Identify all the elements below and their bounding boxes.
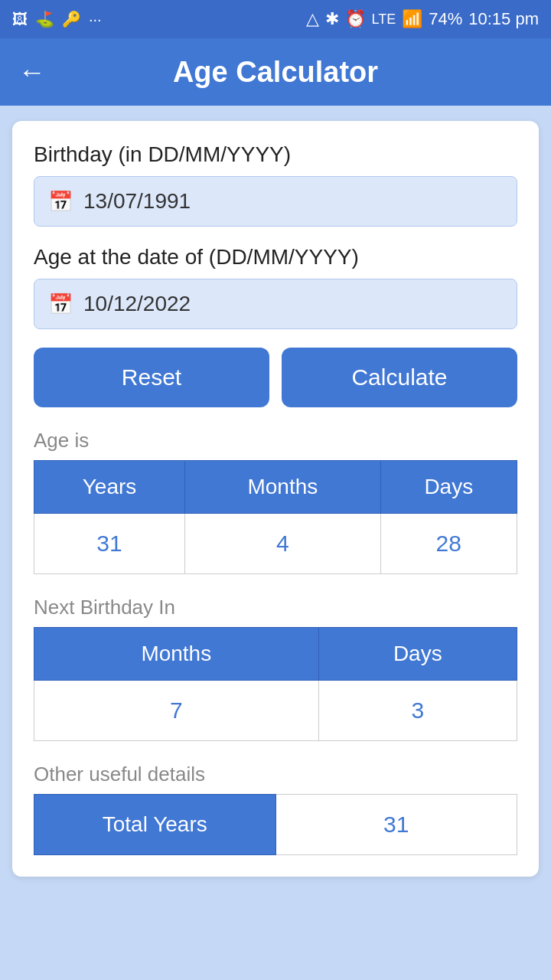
useful-details-label: Other useful details	[34, 763, 517, 786]
flag-icon: ⛳	[35, 10, 54, 28]
age-date-label: Age at the date of (DD/MM/YYYY)	[34, 245, 517, 270]
main-card: Birthday (in DD/MM/YYYY) 📅 Age at the da…	[12, 121, 539, 877]
next-months-header: Months	[34, 628, 319, 681]
calculate-button[interactable]: Calculate	[282, 348, 517, 407]
birthday-label: Birthday (in DD/MM/YYYY)	[34, 142, 517, 167]
app-header: ← Age Calculator	[0, 38, 551, 106]
total-years-value: 31	[276, 795, 517, 855]
calendar-icon-age-date: 📅	[48, 292, 73, 316]
age-years-value: 31	[34, 514, 185, 574]
age-months-value: 4	[185, 514, 381, 574]
useful-details-table: Total Years 31	[34, 794, 517, 855]
status-icons-left: 🖼 ⛳ 🔑 ···	[12, 10, 102, 28]
age-is-label: Age is	[34, 429, 517, 452]
bluetooth-icon: ✱	[325, 9, 339, 29]
lte-icon: LTE	[372, 11, 396, 28]
alert-icon: △	[306, 9, 319, 29]
next-days-header: Days	[318, 628, 517, 681]
next-months-value: 7	[34, 681, 319, 741]
battery-label: 74%	[429, 9, 462, 29]
age-days-header: Days	[380, 461, 517, 514]
page-title: Age Calculator	[61, 56, 490, 89]
reset-button[interactable]: Reset	[34, 348, 269, 407]
key-icon: 🔑	[62, 10, 81, 28]
next-birthday-table: Months Days 7 3	[34, 627, 517, 741]
alarm-icon: ⏰	[345, 9, 366, 29]
age-years-header: Years	[34, 461, 185, 514]
age-date-input[interactable]	[83, 292, 503, 316]
age-date-input-wrapper[interactable]: 📅	[34, 279, 517, 329]
back-button[interactable]: ←	[18, 56, 46, 88]
age-days-value: 28	[380, 514, 517, 574]
birthday-input[interactable]	[83, 189, 503, 214]
action-buttons: Reset Calculate	[34, 348, 517, 407]
status-icons-right: △ ✱ ⏰ LTE 📶 74% 10:15 pm	[306, 9, 539, 29]
birthday-input-wrapper[interactable]: 📅	[34, 176, 517, 227]
calendar-icon-birthday: 📅	[48, 190, 73, 214]
total-years-label: Total Years	[34, 795, 276, 855]
age-is-table: Years Months Days 31 4 28	[34, 460, 517, 574]
image-icon: 🖼	[12, 11, 28, 28]
dots-icon: ···	[89, 11, 102, 28]
table-row: Total Years 31	[34, 795, 517, 855]
next-days-value: 3	[318, 681, 517, 741]
wifi-icon: 📶	[402, 9, 422, 29]
age-months-header: Months	[185, 461, 381, 514]
time-label: 10:15 pm	[468, 9, 539, 29]
next-birthday-label: Next Birthday In	[34, 596, 517, 619]
status-bar: 🖼 ⛳ 🔑 ··· △ ✱ ⏰ LTE 📶 74% 10:15 pm	[0, 0, 551, 38]
